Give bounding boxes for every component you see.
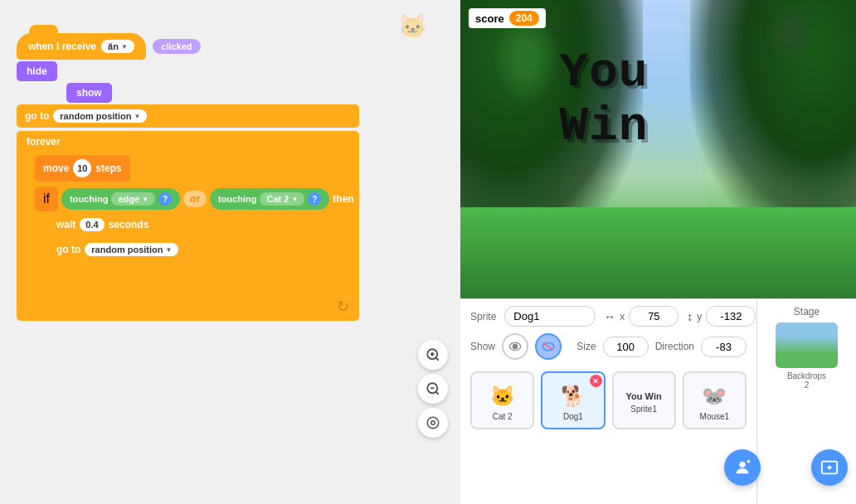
show-block[interactable]: show bbox=[66, 83, 112, 103]
question1: ? bbox=[158, 192, 172, 206]
if-block[interactable]: if bbox=[35, 187, 58, 211]
goto2-row: go to random position ▼ bbox=[48, 238, 354, 261]
cat2-dropdown[interactable]: Cat 2 ▼ bbox=[260, 192, 304, 206]
goto2-block[interactable]: go to random position ▼ bbox=[48, 238, 354, 261]
sprite1-name: Sprite1 bbox=[630, 405, 657, 414]
y-value-input[interactable] bbox=[706, 306, 756, 327]
sprite-label: Sprite bbox=[470, 311, 496, 322]
cat2-icon: 🐱 bbox=[484, 380, 521, 412]
add-sprite-button[interactable] bbox=[724, 449, 761, 486]
if-row: if touching edge ▼ ? or bbox=[35, 187, 354, 211]
stage[interactable]: score 204 You Win bbox=[460, 0, 856, 298]
goto1-row: go to random position ▼ bbox=[17, 104, 359, 128]
score-bar: score 204 bbox=[469, 8, 546, 28]
forever-header: forever bbox=[17, 131, 359, 153]
zoom-controls bbox=[418, 340, 448, 438]
sprite-info-row: Sprite ↔ x ↕ y bbox=[470, 306, 747, 327]
touching-cat2-block[interactable]: touching Cat 2 ▼ ? bbox=[210, 188, 329, 210]
hat-block-row: when I receive ăn ▼ clicked bbox=[17, 33, 359, 60]
zoom-in-button[interactable] bbox=[418, 340, 448, 370]
show-block-row: show bbox=[66, 83, 359, 103]
question2: ? bbox=[308, 192, 321, 206]
then-label: then bbox=[333, 193, 353, 205]
you-win-text: You Win bbox=[559, 46, 648, 153]
sprite-list: 🐱 Cat 2 ✕ 🐕 Dog1 You Win Sprite1 🐭 bbox=[470, 366, 747, 434]
cat-icon: 🐱 bbox=[398, 12, 427, 40]
hide-block[interactable]: hide bbox=[17, 61, 57, 81]
direction-label: Direction bbox=[655, 341, 694, 352]
code-panel: when I receive ăn ▼ clicked hide show go… bbox=[0, 0, 460, 504]
sprite-item-cat2[interactable]: 🐱 Cat 2 bbox=[470, 371, 534, 429]
size-direction-group: Size Direction bbox=[576, 337, 747, 357]
size-label: Size bbox=[576, 341, 596, 352]
blocks-workspace: when I receive ăn ▼ clicked hide show go… bbox=[17, 33, 359, 321]
x-value-input[interactable] bbox=[629, 306, 678, 327]
clicked-badge: clicked bbox=[153, 39, 200, 54]
if-block-row: if touching edge ▼ ? or bbox=[35, 187, 354, 211]
y-label: y bbox=[697, 311, 702, 322]
goto2-dropdown[interactable]: random position ▼ bbox=[85, 243, 178, 256]
size-input[interactable] bbox=[603, 337, 649, 357]
svg-point-10 bbox=[513, 344, 517, 348]
backdrops-info: Backdrops 2 bbox=[787, 371, 826, 390]
add-stage-button[interactable] bbox=[811, 449, 848, 486]
sprite-name-input[interactable] bbox=[504, 306, 596, 327]
dropdown-arrow: ▼ bbox=[121, 43, 128, 51]
foliage-top-right bbox=[765, 0, 815, 66]
when-receive-block[interactable]: when I receive ăn ▼ bbox=[17, 33, 146, 60]
when-receive-label: when I receive bbox=[28, 41, 96, 52]
forever-footer: ↻ bbox=[17, 293, 359, 321]
or-text: or bbox=[183, 191, 207, 207]
forever-block[interactable]: forever move 10 steps if bbox=[17, 131, 359, 321]
edge-dropdown[interactable]: edge ▼ bbox=[111, 192, 155, 206]
wait-block[interactable]: wait 0.4 seconds bbox=[48, 214, 157, 235]
touching-edge-block[interactable]: touching edge ▼ ? bbox=[61, 188, 180, 210]
move-value[interactable]: 10 bbox=[73, 159, 91, 177]
goto1-block[interactable]: go to random position ▼ bbox=[17, 104, 359, 128]
y-arrow-icon: ↕ bbox=[687, 310, 693, 323]
grass-layer bbox=[460, 207, 856, 298]
sprite-item-mouse1[interactable]: 🐭 Mouse1 bbox=[683, 371, 747, 429]
show-eye-open-button[interactable] bbox=[502, 333, 528, 360]
hide-block-row: hide bbox=[17, 61, 359, 81]
backdrops-label: Backdrops bbox=[787, 371, 826, 380]
dog1-delete-btn[interactable]: ✕ bbox=[590, 375, 602, 387]
dog1-name: Dog1 bbox=[563, 412, 583, 421]
receive-dropdown[interactable]: ăn ▼ bbox=[101, 40, 134, 53]
wait-row: wait 0.4 seconds bbox=[48, 214, 354, 235]
direction-input[interactable] bbox=[701, 337, 747, 357]
dog1-icon: 🐕 bbox=[554, 380, 591, 412]
mouse1-name: Mouse1 bbox=[700, 412, 730, 421]
svg-line-5 bbox=[435, 391, 438, 394]
sprite-item-sprite1[interactable]: You Win Sprite1 bbox=[612, 371, 676, 429]
forever-inner: move 10 steps if touching bbox=[30, 153, 359, 293]
stage-thumbnail[interactable] bbox=[776, 322, 838, 368]
svg-line-1 bbox=[435, 357, 438, 360]
sprites-section: Sprite ↔ x ↕ y Show bbox=[460, 299, 756, 504]
stage-label: Stage bbox=[794, 306, 820, 317]
cat2-name: Cat 2 bbox=[493, 412, 513, 421]
show-eye-closed-button[interactable] bbox=[535, 333, 562, 360]
right-panel: score 204 You Win Sprite ↔ x ↕ bbox=[460, 0, 856, 504]
you-win-container: You Win bbox=[559, 46, 757, 153]
svg-point-8 bbox=[431, 421, 435, 425]
svg-point-7 bbox=[427, 417, 439, 429]
move-block[interactable]: move 10 steps bbox=[35, 155, 130, 182]
show-label: Show bbox=[470, 341, 495, 352]
x-arrow-icon: ↔ bbox=[604, 310, 615, 323]
bottom-area: Sprite ↔ x ↕ y Show bbox=[460, 298, 856, 504]
x-label: x bbox=[620, 311, 625, 322]
zoom-reset-button[interactable] bbox=[418, 408, 448, 438]
y-coord-group: ↕ y bbox=[687, 306, 756, 327]
backdrops-count: 2 bbox=[787, 380, 826, 390]
show-row: Show Size bbox=[470, 333, 747, 360]
move-row: move 10 steps bbox=[35, 155, 354, 184]
score-label: score bbox=[475, 12, 504, 25]
sprite-item-dog1[interactable]: ✕ 🐕 Dog1 bbox=[541, 371, 605, 429]
goto1-dropdown[interactable]: random position ▼ bbox=[53, 109, 147, 123]
sprite1-preview: You Win bbox=[625, 388, 664, 405]
zoom-out-button[interactable] bbox=[418, 374, 448, 404]
mouse1-icon: 🐭 bbox=[696, 380, 733, 412]
score-value: 204 bbox=[509, 11, 539, 26]
wait-value[interactable]: 0.4 bbox=[80, 218, 104, 231]
